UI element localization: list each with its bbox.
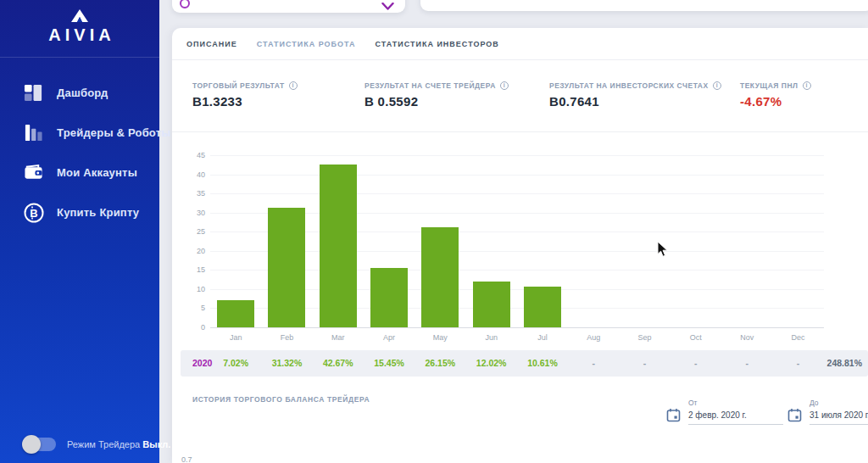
info-icon[interactable]: i [713, 81, 721, 90]
month-result-dec: - [772, 350, 823, 377]
tab-bar: ОПИСАНИЕСТАТИСТИКА РОБОТАСТАТИСТИКА ИНВЕ… [172, 28, 868, 60]
date-to-label: До [810, 399, 868, 407]
sidebar: AIVIA ДашбордТрейдеры & РоботыМои Аккаун… [0, 0, 159, 463]
tab-1[interactable]: СТАТИСТИКА РОБОТА [257, 40, 356, 48]
radio-circle-icon [180, 0, 190, 8]
stat-value: B1.3233 [192, 94, 298, 109]
month-result-apr: 15.45% [364, 350, 415, 377]
dashboard-icon [23, 82, 44, 103]
stat-0: ТОРГОВЫЙ РЕЗУЛЬТАТiB1.3233 [192, 81, 298, 109]
logo-triangle-icon [70, 8, 90, 24]
history-section-title: ИСТОРИЯ ТОРГОВОГО БАЛАНСА ТРЕЙДЕРА [192, 395, 370, 404]
next-chart-axis-label: 0.7 [181, 455, 192, 463]
bitcoin-icon: B [23, 202, 44, 223]
robot-select-dropdown[interactable] [172, 0, 405, 13]
month-result-jun: 12.02% [466, 350, 517, 377]
month-result-jul: 10.61% [517, 350, 568, 377]
sidebar-item-label: Купить Крипту [57, 206, 139, 219]
stat-value: B 0.5592 [364, 94, 509, 109]
svg-text:B: B [30, 207, 37, 220]
aivia-logo: AIVIA [0, 8, 159, 45]
calendar-icon[interactable] [666, 408, 681, 422]
sidebar-item-label: Трейдеры & Роботы [57, 126, 171, 139]
stat-2: РЕЗУЛЬТАТ НА ИНВЕСТОРСКИХ СЧЕТАХiB0.7641 [549, 81, 721, 109]
trader-mode-toggle[interactable] [24, 438, 56, 451]
month-result-jan: 7.02% [210, 350, 261, 377]
logo-wordmark: AIVIA [0, 25, 159, 45]
stat-1: РЕЗУЛЬТАТ НА СЧЕТЕ ТРЕЙДЕРАiB 0.5592 [364, 81, 509, 109]
month-result-aug: - [568, 350, 619, 377]
month-result-may: 26.15% [415, 350, 465, 377]
sidebar-menu: ДашбордТрейдеры & РоботыМои АккаунтыBКуп… [0, 73, 159, 232]
tab-2[interactable]: СТАТИСТИКА ИНВЕСТОРОВ [375, 40, 498, 48]
mouse-cursor [657, 241, 669, 258]
monthly-results-row: 2020 248.81% 7.02%31.32%42.67%15.45%26.1… [181, 350, 868, 377]
month-result-feb: 31.32% [261, 350, 312, 377]
stat-label: РЕЗУЛЬТАТ НА ИНВЕСТОРСКИХ СЧЕТАХ [549, 81, 709, 90]
trader-mode-label: Режим Трейдера Выкл. [67, 439, 170, 449]
total-percent: 248.81% [827, 350, 862, 377]
trader-mode-row: Режим Трейдера Выкл. [0, 438, 159, 451]
trader-mode-state: Выкл. [142, 439, 170, 449]
sidebar-divider [0, 57, 159, 58]
date-from-picker[interactable]: От 2 февр. 2020 г. [666, 399, 783, 425]
info-icon[interactable]: i [803, 81, 811, 90]
stat-3: ТЕКУЩАЯ ПНЛi-4.67% [740, 81, 811, 109]
date-from-label: От [688, 399, 783, 407]
wallet-icon [23, 162, 44, 183]
year-label: 2020 [192, 350, 212, 377]
sidebar-item-bitcoin[interactable]: BКупить Крипту [0, 192, 159, 232]
month-result-oct: - [670, 350, 721, 377]
stat-label: ТОРГОВЫЙ РЕЗУЛЬТАТ [192, 81, 285, 90]
sidebar-item-dashboard[interactable]: Дашборд [0, 73, 159, 113]
chevron-down-icon[interactable] [381, 3, 394, 10]
stats-divider [172, 131, 868, 132]
month-result-nov: - [721, 350, 772, 377]
tab-0[interactable]: ОПИСАНИЕ [186, 40, 237, 48]
date-to-value[interactable]: 31 июля 2020 г. [810, 410, 868, 425]
info-icon[interactable]: i [289, 81, 298, 90]
sidebar-item-label: Мои Аккаунты [57, 166, 137, 179]
bar-chart-icon [23, 122, 44, 143]
stat-value: B0.7641 [549, 94, 721, 109]
calendar-icon[interactable] [787, 408, 802, 422]
date-to-picker[interactable]: До 31 июля 2020 г. [787, 399, 868, 425]
date-from-value[interactable]: 2 февр. 2020 г. [688, 410, 783, 425]
sidebar-item-bar-chart[interactable]: Трейдеры & Роботы [0, 113, 159, 153]
stat-label: РЕЗУЛЬТАТ НА СЧЕТЕ ТРЕЙДЕРА [364, 81, 496, 90]
month-result-mar: 42.67% [313, 350, 364, 377]
secondary-top-panel[interactable] [420, 0, 868, 11]
stat-value: -4.67% [740, 94, 811, 109]
info-icon[interactable]: i [500, 81, 509, 90]
stat-label: ТЕКУЩАЯ ПНЛ [740, 81, 798, 90]
sidebar-item-wallet[interactable]: Мои Аккаунты [0, 153, 159, 192]
month-result-sep: - [619, 350, 670, 377]
toggle-knob[interactable] [22, 435, 41, 454]
sidebar-item-label: Дашборд [57, 86, 108, 99]
